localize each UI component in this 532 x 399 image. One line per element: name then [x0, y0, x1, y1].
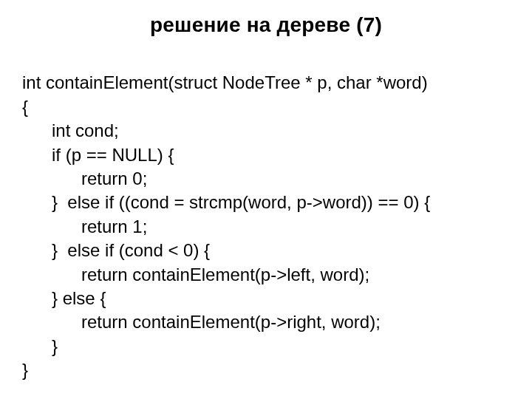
code-line: return 1;	[22, 215, 147, 239]
code-line: }	[22, 335, 58, 358]
code-line: } else if ((cond = strcmp(word, p->word)…	[22, 191, 430, 214]
code-line: } else if (cond < 0) {	[22, 239, 210, 262]
code-line: if (p == NULL) {	[22, 143, 174, 167]
code-line: {	[22, 97, 28, 117]
slide: решение на дереве (7) int containElement…	[0, 0, 532, 399]
code-line: return 0;	[22, 167, 147, 191]
code-line: }	[22, 360, 28, 380]
code-line: return containElement(p->left, word);	[22, 263, 369, 287]
code-line: } else {	[22, 287, 106, 310]
code-block: int containElement(struct NodeTree * p, …	[22, 47, 510, 399]
code-line: int cond;	[22, 119, 119, 143]
code-line: return containElement(p->right, word);	[22, 310, 381, 334]
code-line: int containElement(struct NodeTree * p, …	[22, 72, 428, 92]
slide-title: решение на дереве (7)	[22, 13, 510, 37]
